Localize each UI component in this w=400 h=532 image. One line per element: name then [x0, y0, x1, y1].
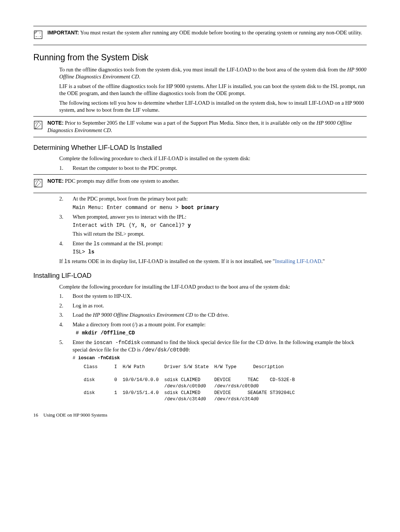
code-block: # ioscan -fnCdisk — [73, 355, 367, 362]
paragraph-text: returns ODE in its display list, LIF-LOA… — [70, 258, 275, 264]
code-text: ISL> — [73, 249, 88, 255]
code-bold: boot primary — [181, 205, 219, 211]
divider — [33, 45, 367, 45]
page-number: 16 — [33, 412, 42, 418]
step-text: : — [189, 347, 190, 353]
inline-code: /dev/dsk/c0t0d0 — [142, 347, 189, 353]
list-item: Boot the system to HP-UX. — [59, 293, 367, 300]
important-text: You must restart the system after runnin… — [80, 30, 362, 36]
list-item: Enter the ioscan -fnCdisk command to fin… — [59, 339, 367, 403]
terminal-output: Class I H/W Path Driver S/W State H/W Ty… — [73, 364, 367, 403]
divider — [33, 137, 367, 137]
ordered-list: Boot the system to HP-UX. Log in as root… — [59, 293, 367, 403]
body-text: Complete the following procedure for ins… — [59, 283, 367, 403]
note-label: NOTE: — [47, 120, 64, 126]
subsection-heading-installing: Installing LIF-LOAD — [33, 271, 367, 280]
divider — [33, 193, 367, 193]
paragraph-text: If — [59, 258, 64, 264]
note-text: PDC prompts may differ from one system t… — [65, 178, 179, 184]
paragraph-text: ." — [321, 258, 325, 264]
note-icon — [33, 178, 44, 190]
step-text: Enter the — [73, 339, 93, 345]
code-block: Main Menu: Enter command or menu > boot … — [73, 204, 367, 211]
code-text: Interact with IPL (Y, N, or Cancel)? — [73, 222, 188, 228]
note-label: NOTE: — [47, 178, 64, 184]
important-label: IMPORTANT: — [47, 30, 79, 36]
body-text: To run the offline diagnostics tools fro… — [59, 66, 367, 114]
list-item: Log in as root. — [59, 302, 367, 310]
list-item: Make a directory from root (/) as a moun… — [59, 321, 367, 337]
list-item: Load the HP 9000 Offline Diagnostics Env… — [59, 312, 367, 319]
step-text: Load the — [73, 312, 93, 318]
list-item: Enter the ls command at the ISL prompt: … — [59, 240, 367, 256]
list-item: When prompted, answer yes to interact wi… — [59, 213, 367, 238]
divider — [33, 116, 367, 117]
code-bold: y — [188, 222, 191, 228]
cross-reference-link[interactable]: Installing LIF-LOAD — [275, 258, 321, 264]
step-text: Make a directory from root (/) as a moun… — [73, 321, 206, 327]
paragraph-text: To run the offline diagnostics tools fro… — [59, 67, 347, 73]
note-icon — [33, 120, 44, 132]
note-text: . — [111, 127, 112, 133]
step-text: Log in as root. — [73, 303, 104, 309]
page-footer: 16 Using ODE on HP 9000 Systems — [33, 412, 367, 418]
code-text: # — [73, 356, 78, 361]
subsection-heading-determining: Determining Whether LIF-LOAD Is Installe… — [33, 143, 367, 152]
inline-code: ls — [93, 241, 100, 247]
ordered-list: At the PDC prompt, boot from the primary… — [59, 195, 367, 256]
divider — [33, 26, 367, 26]
body-text: Complete the following procedure to chec… — [59, 155, 367, 172]
paragraph-text: . — [139, 74, 140, 80]
step-text: Restart the computer to boot to the PDC … — [73, 165, 177, 171]
step-text: command at the ISL prompt: — [100, 240, 163, 246]
ordered-list: Restart the computer to boot to the PDC … — [59, 165, 367, 172]
code-block: ISL> ls — [73, 249, 367, 256]
paragraph-text: The following sections tell you how to d… — [59, 100, 367, 114]
step-text: Boot the system to HP-UX. — [73, 293, 132, 299]
important-block: IMPORTANT: You must restart the system a… — [33, 29, 367, 42]
list-item: At the PDC prompt, boot from the primary… — [59, 195, 367, 211]
step-text: to the CD drive. — [193, 312, 229, 318]
important-icon — [33, 30, 44, 42]
italic-text: HP 9000 Offline Diagnostics Environment … — [93, 312, 193, 318]
step-text: This will return the ISL> prompt. — [73, 230, 367, 238]
code-bold: ls — [88, 249, 94, 255]
step-text: At the PDC prompt, boot from the primary… — [73, 196, 188, 202]
footer-title: Using ODE on HP 9000 Systems — [43, 412, 107, 418]
paragraph-text: Complete the following procedure for ins… — [59, 283, 367, 291]
inline-code: ioscan -fnCdisk — [93, 340, 140, 346]
inline-code: ls — [64, 259, 70, 265]
note-text: Prior to September 2005 the LIF volume w… — [65, 120, 316, 126]
body-text: At the PDC prompt, boot from the primary… — [59, 195, 367, 265]
note-block: NOTE: Prior to September 2005 the LIF vo… — [33, 119, 367, 134]
code-block: # mkdir /Offline_CD — [73, 330, 367, 337]
code-text: # — [73, 330, 82, 336]
paragraph-text: LIF is a subset of the offline diagnosti… — [59, 83, 367, 97]
code-text: Main Menu: Enter command or menu > — [73, 205, 181, 211]
step-text: Enter the — [73, 240, 93, 246]
code-bold: ioscan -fnCdisk — [78, 356, 120, 361]
section-heading-running-from-disk: Running from the System Disk — [33, 52, 367, 63]
code-block: Interact with IPL (Y, N, or Cancel)? y — [73, 222, 367, 229]
list-item: Restart the computer to boot to the PDC … — [59, 165, 367, 172]
svg-point-1 — [40, 33, 40, 33]
step-text: When prompted, answer yes to interact wi… — [73, 214, 186, 220]
divider — [33, 174, 367, 175]
note-block: NOTE: PDC prompts may differ from one sy… — [33, 178, 367, 190]
code-bold: mkdir /Offline_CD — [82, 330, 135, 336]
svg-point-3 — [40, 36, 41, 37]
paragraph-text: Complete the following procedure to chec… — [59, 155, 367, 162]
